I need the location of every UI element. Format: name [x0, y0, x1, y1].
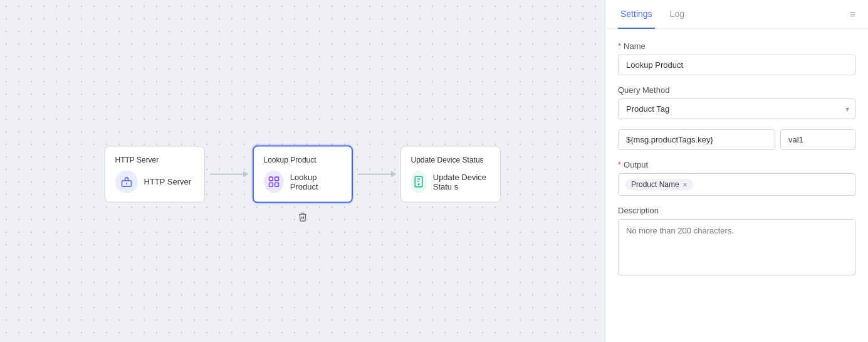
output-tag-product-name: Product Name × — [625, 179, 693, 190]
tab-settings[interactable]: Settings — [618, 0, 655, 29]
name-form-group: *Name — [618, 41, 855, 75]
svg-point-7 — [418, 183, 419, 184]
node-body-http-server: HTTP Server — [115, 170, 194, 193]
output-label: *Output — [618, 160, 855, 169]
key-value-row — [618, 129, 855, 150]
value-input[interactable] — [780, 129, 855, 150]
arrow-line-2 — [358, 173, 395, 174]
output-required: * — [618, 160, 621, 169]
node-label-http-server: HTTP Server — [144, 177, 192, 186]
svg-rect-4 — [269, 183, 273, 186]
node-icon-update-device — [411, 170, 427, 193]
node-http-server[interactable]: HTTP Server HTTP Server — [105, 146, 205, 202]
key-input[interactable] — [618, 129, 775, 150]
node-label-lookup-product: Lookup Product — [290, 172, 342, 191]
svg-rect-3 — [275, 177, 278, 181]
settings-panel: Settings Log ≡ *Name Query Method Produc… — [605, 0, 868, 342]
node-title-http-server: HTTP Server — [115, 155, 194, 164]
node-body-update-device: Update Device Statu s — [411, 170, 490, 193]
query-method-label: Query Method — [618, 85, 855, 95]
tab-log[interactable]: Log — [667, 0, 687, 29]
node-icon-lookup-product — [264, 170, 284, 193]
description-textarea[interactable] — [618, 219, 855, 275]
svg-rect-5 — [275, 183, 278, 186]
description-form-group: Description — [618, 206, 855, 275]
name-input[interactable] — [618, 55, 855, 75]
panel-menu-icon[interactable]: ≡ — [850, 9, 855, 20]
node-title-update-device: Update Device Status — [411, 155, 490, 164]
node-label-update-device: Update Device Statu s — [433, 172, 490, 191]
query-method-form-group: Query Method Product Tag Product ID Prod… — [618, 85, 855, 119]
delete-node-button[interactable] — [298, 211, 308, 224]
name-label: *Name — [618, 41, 855, 51]
output-form-group: *Output Product Name × — [618, 160, 855, 196]
arrow-2 — [353, 173, 400, 174]
panel-body: *Name Query Method Product Tag Product I… — [605, 29, 868, 288]
node-lookup-product[interactable]: Lookup Product Lookup Product — [253, 145, 353, 203]
panel-tabs: Settings Log ≡ — [605, 0, 868, 29]
svg-rect-2 — [269, 177, 273, 181]
node-update-device[interactable]: Update Device Status Update Device Statu… — [400, 146, 501, 202]
arrow-1 — [205, 173, 253, 174]
node-icon-http-server — [115, 170, 138, 193]
node-title-lookup-product: Lookup Product — [264, 155, 342, 164]
output-tag-container[interactable]: Product Name × — [618, 173, 855, 196]
query-method-select-wrapper: Product Tag Product ID Product SKU ▾ — [618, 99, 855, 119]
output-tag-label: Product Name — [631, 180, 679, 189]
query-method-select[interactable]: Product Tag Product ID Product SKU — [618, 99, 855, 119]
node-body-lookup-product: Lookup Product — [264, 170, 342, 193]
name-required: * — [618, 41, 621, 51]
description-label: Description — [618, 206, 855, 215]
flow-canvas: HTTP Server HTTP Server Lookup Product — [0, 0, 605, 342]
output-tag-close-icon[interactable]: × — [683, 181, 687, 188]
arrow-line-1 — [210, 173, 248, 174]
flow-container: HTTP Server HTTP Server Lookup Product — [105, 145, 501, 203]
